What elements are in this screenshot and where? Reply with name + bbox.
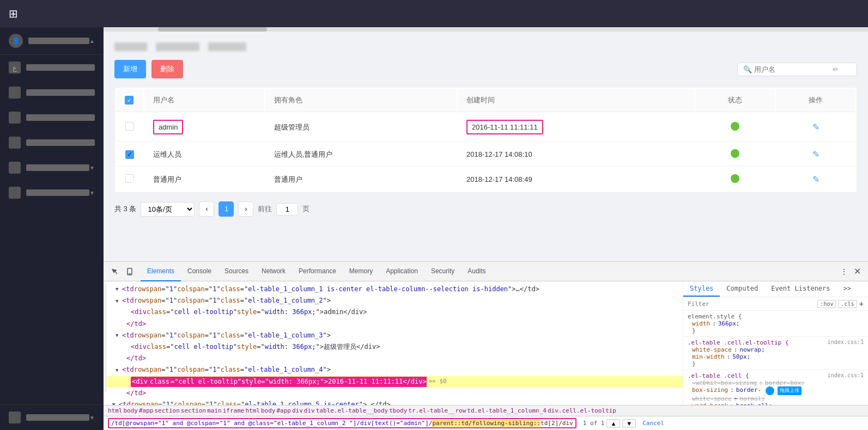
row2-edit-button[interactable]: ✎ (812, 150, 820, 159)
sidebar-item-7-label (26, 189, 89, 196)
breadcrumb-app2[interactable]: #app (276, 407, 291, 414)
tab-elements[interactable]: Elements (141, 262, 181, 281)
breadcrumb-div-cell[interactable]: div.cell.el-tooltip (548, 407, 616, 414)
breadcrumb-app[interactable]: #app (139, 407, 154, 414)
sidebar-item-2[interactable]: ع (0, 55, 104, 80)
triangle-icon[interactable] (112, 401, 119, 405)
breadcrumb-table[interactable]: table.el-table__body (316, 407, 388, 414)
devtools-more-icon[interactable]: ⋮ (837, 265, 851, 278)
html-line[interactable]: <td rowspan="1" colspan="1" class="el-ta… (104, 399, 683, 405)
html-line[interactable]: <td rowspan="1" colspan="1" class="el-ta… (107, 364, 683, 376)
sidebar-item-1-label (28, 38, 89, 44)
html-line[interactable]: <td rowspan="1" colspan="1" class="el-ta… (107, 295, 683, 306)
xpath-cancel-button[interactable]: Cancel (642, 420, 664, 427)
row1-edit-button[interactable]: ✎ (812, 122, 820, 132)
devtools-inspect-icon[interactable] (108, 265, 121, 278)
row2-action-cell: ✎ (776, 143, 855, 167)
tab-network[interactable]: Network (255, 262, 292, 281)
breadcrumb-body2[interactable]: body (261, 407, 276, 414)
next-page-button[interactable]: › (238, 201, 253, 217)
html-line[interactable]: <div class="cell el-tooltip" style="widt… (107, 341, 683, 353)
html-line[interactable]: <td rowspan="1" colspan="1" class="el-ta… (107, 284, 683, 295)
delete-button[interactable]: 删除 (151, 60, 183, 78)
styles-filter-cls[interactable]: .cls (838, 300, 857, 308)
prev-page-button[interactable]: ‹ (199, 201, 214, 217)
col-header-action: 操作 (776, 89, 855, 112)
tab-memory[interactable]: Memory (343, 262, 379, 281)
xpath-highlight: parent::td/following-sibling:: (432, 420, 541, 427)
sidebar-item-settings[interactable]: ▼ (0, 404, 104, 430)
breadcrumb-section1[interactable]: section (155, 407, 180, 414)
breadcrumb-iframe[interactable]: iframe (223, 407, 245, 414)
breadcrumb-main[interactable]: main (207, 407, 222, 414)
breadcrumb-div2[interactable]: div (304, 407, 315, 414)
styles-tab-more[interactable]: >> (837, 281, 858, 297)
sidebar-item-6[interactable]: ▼ (0, 155, 104, 180)
sidebar-item-5[interactable] (0, 130, 104, 155)
row2-status-cell (695, 143, 775, 167)
sidebar-item-5-label (26, 139, 95, 146)
search-input[interactable] (754, 65, 830, 73)
devtools-html-panel[interactable]: <td rowspan="1" colspan="1" class="el-ta… (104, 281, 683, 405)
row1-checkbox[interactable] (125, 122, 134, 131)
html-line[interactable]: </td> (107, 353, 683, 364)
breadcrumb-section2[interactable]: section (181, 407, 206, 414)
tab-application[interactable]: Application (379, 262, 424, 281)
devtools-body: <td rowspan="1" colspan="1" class="el-ta… (104, 281, 868, 405)
devtools-device-icon[interactable] (123, 265, 136, 278)
row3-edit-button[interactable]: ✎ (812, 175, 820, 184)
sidebar-item-7[interactable]: ▼ (0, 180, 104, 205)
row2-checkbox[interactable]: ✓ (125, 150, 134, 159)
per-page-select[interactable]: 10条/页 20条/页 50条/页 (141, 202, 195, 217)
breadcrumb-html2[interactable]: html (245, 407, 260, 414)
page-1-button[interactable]: 1 (218, 201, 234, 217)
devtools-close-icon[interactable]: ✕ (851, 265, 864, 278)
style-source-link-2[interactable]: index.css:1 (828, 372, 864, 379)
triangle-icon[interactable] (116, 285, 122, 293)
tab-performance[interactable]: Performance (292, 262, 343, 281)
html-line-highlighted[interactable]: <div class="cell el-tooltip" style="widt… (107, 376, 683, 388)
breadcrumb-body[interactable]: body (124, 407, 138, 414)
style-source-link[interactable]: index.css:1 (828, 339, 864, 346)
pagination-total: 共 3 条 (114, 204, 136, 214)
search-clear-icon[interactable]: ✏ (833, 65, 839, 73)
devtools-tabs-bar: Elements Console Sources Network Perform… (104, 262, 868, 281)
styles-filter-hov[interactable]: :hov (817, 300, 836, 308)
select-all-checkbox[interactable]: ✓ (125, 96, 133, 105)
triangle-icon[interactable] (116, 366, 122, 374)
xpath-prev-button[interactable]: ▲ (606, 419, 620, 428)
add-button[interactable]: 新增 (114, 60, 146, 78)
styles-tabs: Styles Computed Event Listeners >> (683, 281, 868, 297)
styles-tab-event-listeners[interactable]: Event Listeners (764, 281, 836, 297)
html-line[interactable]: <div class="cell el-tooltip" style="widt… (107, 306, 683, 318)
html-line[interactable]: </td> (107, 388, 683, 399)
breadcrumb-div1[interactable]: div (292, 407, 303, 414)
sidebar-item-1[interactable]: 👤 ▲ (0, 27, 104, 55)
styles-add-rule-icon[interactable]: + (859, 299, 864, 308)
tab-console[interactable]: Console (181, 262, 218, 281)
sidebar-item-3[interactable] (0, 80, 104, 105)
html-line[interactable]: <td rowspan="1" colspan="1" class="el-ta… (107, 330, 683, 341)
breadcrumb-tbody[interactable]: tbody (389, 407, 407, 414)
sidebar-item-settings-arrow: ▼ (89, 415, 95, 421)
tab-sources[interactable]: Sources (218, 262, 255, 281)
styles-tab-styles[interactable]: Styles (683, 281, 720, 297)
xpath-navigation: 1 of 1 ▲ ▼ (583, 419, 636, 428)
breadcrumb-td[interactable]: td.el-table_1_column_4 (467, 407, 547, 414)
styles-filter-input[interactable] (688, 300, 815, 308)
html-line[interactable]: </td> (107, 318, 683, 330)
table-row: 普通用户 普通用户 2018-12-17 14:08:49 ✎ (116, 168, 855, 191)
sidebar-item-4[interactable] (0, 105, 104, 130)
goto-input[interactable] (276, 203, 298, 216)
breadcrumb-tr[interactable]: tr.el-table__row (408, 407, 466, 414)
style-property: box-sizing : border- 拖拽上传 (688, 386, 864, 395)
xpath-next-button[interactable]: ▼ (622, 419, 636, 428)
styles-tab-computed[interactable]: Computed (720, 281, 764, 297)
tab-audits[interactable]: Audits (461, 262, 492, 281)
sidebar-item-7-arrow: ▼ (89, 190, 95, 196)
triangle-icon[interactable] (116, 297, 122, 305)
tab-security[interactable]: Security (424, 262, 461, 281)
breadcrumb-html[interactable]: html (108, 407, 123, 414)
row3-checkbox[interactable] (125, 174, 134, 183)
triangle-icon[interactable] (116, 331, 122, 339)
